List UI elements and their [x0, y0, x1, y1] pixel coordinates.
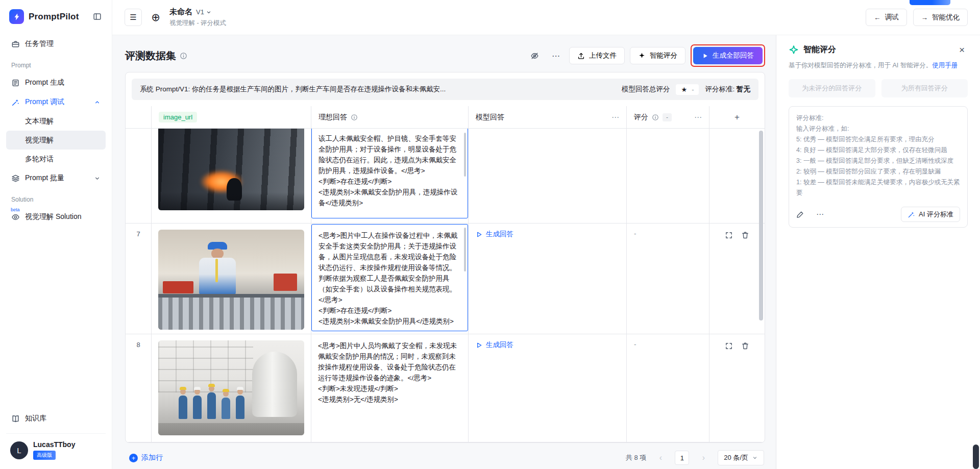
debug-button[interactable]: ← 调试 — [866, 9, 907, 26]
column-header-ideal-answer[interactable]: 理想回答 — [311, 106, 469, 128]
image-cell[interactable] — [152, 334, 311, 442]
score-cell[interactable] — [627, 129, 709, 223]
column-menu-icon[interactable]: ⋯ — [694, 113, 702, 122]
column-header-image-url[interactable]: image_url — [152, 106, 311, 128]
dataset-image-workshop-welding[interactable] — [158, 129, 304, 210]
ai-criteria-button[interactable]: AI 评分标准 — [901, 207, 960, 222]
score-all-button[interactable]: 为所有回答评分 — [881, 79, 968, 97]
document-subtitle: 视觉理解 - 评分模式 — [169, 19, 226, 28]
sidebar-item-text-understanding[interactable]: 文本理解 — [6, 112, 106, 131]
more-actions-button[interactable]: ⋯ — [548, 47, 564, 64]
upload-file-button[interactable]: 上传文件 — [569, 47, 625, 64]
sidebar-item-visual-understanding[interactable]: 视觉理解 — [6, 131, 106, 150]
cell-scrollbar[interactable] — [464, 228, 466, 271]
edit-criteria-button[interactable] — [796, 210, 804, 218]
dataset-image-worker-conveyor[interactable] — [158, 230, 304, 330]
ideal-answer-text[interactable]: <思考>图片中工人在操作设备过程中，未佩戴安全手套这类安全防护用具；关于违规操作… — [311, 224, 468, 331]
content-area: 评测数据集 ⋯ 上传文件 智能 — [112, 35, 776, 469]
add-column-button[interactable]: + — [709, 106, 765, 128]
generate-all-answers-button[interactable]: 生成全部回答 — [693, 47, 763, 64]
plus-icon: + — [129, 454, 138, 462]
sidebar: PromptPilot 任务管理 Prompt Prompt 生成 Prompt… — [0, 0, 112, 469]
window-scrollbar-thumb[interactable] — [973, 445, 979, 469]
table-row: 8 <思考>图片中人员均佩戴了安全帽，未发现未佩戴安全防护用具的情况；同时，未观… — [126, 334, 765, 442]
add-row-button[interactable]: + 添加行 — [126, 453, 166, 463]
criteria-editor[interactable]: 评分标准: 输入评分标准，如: 5: 优秀 — 模型回答完全满足所有要求，理由充… — [789, 106, 968, 228]
layers-icon — [11, 174, 20, 183]
sidebar-sub-label: 文本理解 — [25, 117, 54, 126]
model-answer-cell[interactable]: 生成回答 — [469, 224, 627, 334]
smart-score-button[interactable]: 智能评分 — [630, 47, 685, 64]
row-actions-cell — [709, 129, 765, 223]
system-prompt-bar[interactable]: 系统 Prompt/V1: 你的任务是根据生产车间的图片，判断生产车间是否存在违… — [132, 79, 758, 100]
column-header-score[interactable]: 评分 - ⋯ — [627, 106, 709, 128]
optimize-button-label: 智能优化 — [932, 13, 960, 22]
sidebar-item-label: Prompt 批量 — [25, 174, 64, 183]
delete-row-icon[interactable] — [741, 231, 749, 239]
sidebar-sub-label: 视觉理解 — [25, 136, 54, 145]
new-document-button[interactable]: ⊕ — [148, 9, 163, 26]
generate-answer-link[interactable]: 生成回答 — [476, 340, 513, 350]
version-selector[interactable]: V1 — [196, 8, 212, 16]
score-filter-chip[interactable]: - — [663, 113, 672, 121]
plus-circle-icon: ⊕ — [151, 11, 160, 23]
total-score-chip[interactable]: ★ - — [676, 84, 699, 95]
play-outline-icon — [476, 342, 482, 349]
ideal-answer-cell[interactable]: 该工人未佩戴安全帽、护目镜、安全手套等安全防护用具；对于设备操作，明显设备处于危… — [311, 129, 469, 223]
main-area: ☰ ⊕ 未命名 V1 视觉理解 - 评分模式 ← 调试 → — [112, 0, 980, 469]
sidebar-item-label: 任务管理 — [25, 39, 54, 48]
expand-row-icon[interactable] — [725, 342, 733, 350]
eye-icon — [11, 213, 20, 221]
hide-columns-button[interactable] — [526, 47, 543, 64]
ideal-answer-text[interactable]: <思考>图片中人员均佩戴了安全帽，未发现未佩戴安全防护用具的情况；同时，未观察到… — [311, 335, 468, 439]
next-page-button[interactable]: › — [696, 451, 710, 465]
score-cell[interactable]: - — [627, 334, 709, 442]
score-cell[interactable]: - — [627, 224, 709, 334]
score-unscored-button[interactable]: 为未评分的回答评分 — [789, 79, 875, 97]
hamburger-menu-button[interactable]: ☰ — [125, 9, 142, 26]
model-answer-cell[interactable] — [469, 129, 627, 223]
ai-criteria-label: AI 评分标准 — [919, 210, 953, 219]
sidebar-item-multi-turn[interactable]: 多轮对话 — [6, 150, 106, 168]
sidebar-item-prompt-debug[interactable]: Prompt 调试 — [6, 92, 106, 112]
generate-answer-link[interactable]: 生成回答 — [476, 230, 513, 239]
clipped-top-button[interactable] — [910, 0, 950, 5]
user-profile[interactable]: L LucasTTboy 高级版 — [6, 433, 106, 469]
previous-page-button[interactable]: ‹ — [653, 451, 668, 465]
model-answer-cell[interactable]: 生成回答 — [469, 334, 627, 442]
cell-scrollbar[interactable] — [464, 133, 466, 177]
dataset-image-factory-group[interactable] — [158, 340, 304, 435]
row-number: 8 — [126, 334, 152, 442]
sidebar-item-task-management[interactable]: 任务管理 — [6, 34, 106, 54]
logo-text: PromptPilot — [29, 12, 87, 22]
page-size-select[interactable]: 20 条/页 — [718, 450, 764, 465]
sidebar-item-knowledge-base[interactable]: 知识库 — [6, 409, 106, 428]
chevron-down-icon — [752, 455, 758, 461]
table-row: 该工人未佩戴安全帽、护目镜、安全手套等安全防护用具；对于设备操作，明显设备处于危… — [126, 129, 765, 224]
ideal-answer-cell[interactable]: <思考>图片中工人在操作设备过程中，未佩戴安全手套这类安全防护用具；关于违规操作… — [311, 224, 469, 334]
chevron-down-icon — [206, 9, 212, 15]
criteria-more-button[interactable]: ⋯ — [813, 209, 827, 219]
smart-optimize-button[interactable]: → 智能优化 — [913, 9, 968, 26]
star-icon: ★ — [681, 86, 687, 93]
sidebar-item-prompt-generate[interactable]: Prompt 生成 — [6, 73, 106, 92]
column-header-model-answer[interactable]: 模型回答 ⋯ — [469, 106, 627, 128]
image-cell[interactable] — [152, 224, 311, 334]
expand-row-icon[interactable] — [725, 231, 733, 239]
version-label: V1 — [196, 8, 204, 16]
document-icon — [11, 79, 20, 87]
manual-link[interactable]: 使用手册 — [932, 62, 958, 69]
sidebar-collapse-icon[interactable] — [92, 11, 103, 22]
page-number-button[interactable]: 1 — [675, 451, 689, 465]
sidebar-item-visual-solution[interactable]: beta 视觉理解 Solution — [6, 207, 106, 227]
sidebar-item-prompt-batch[interactable]: Prompt 批量 — [6, 168, 106, 188]
table-vertical-scrollbar[interactable] — [759, 131, 763, 320]
sidebar-item-label: 视觉理解 Solution — [25, 212, 81, 221]
ideal-answer-text[interactable]: 该工人未佩戴安全帽、护目镜、安全手套等安全防护用具；对于设备操作，明显设备处于危… — [311, 129, 468, 218]
ideal-answer-cell[interactable]: <思考>图片中人员均佩戴了安全帽，未发现未佩戴安全防护用具的情况；同时，未观察到… — [311, 334, 469, 442]
close-panel-icon[interactable]: × — [956, 44, 968, 55]
delete-row-icon[interactable] — [741, 342, 749, 350]
generate-all-label: 生成全部回答 — [713, 51, 754, 60]
column-menu-icon[interactable]: ⋯ — [611, 113, 619, 122]
image-cell[interactable] — [152, 129, 311, 223]
